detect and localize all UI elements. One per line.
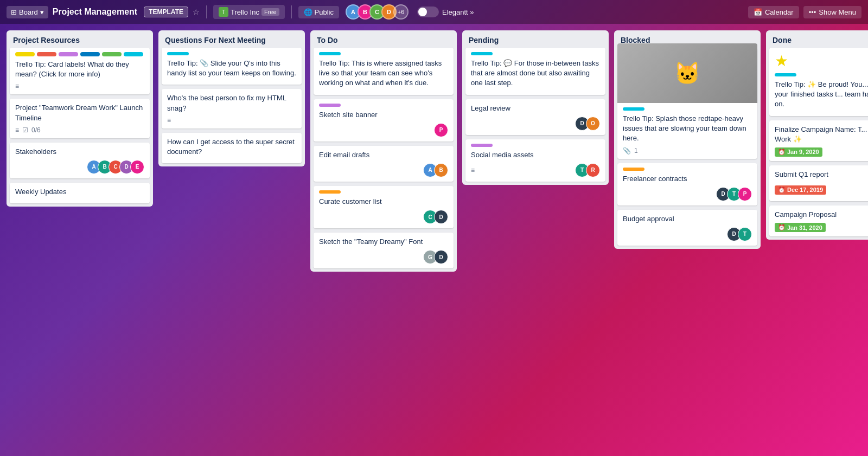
card-meta: A B: [319, 163, 448, 177]
card-td-2[interactable]: Sketch site banner P: [314, 99, 454, 142]
card-avatars: T R: [575, 163, 600, 177]
card-title: Social media assets: [471, 150, 600, 160]
topbar: ⊞ Board ▾ Project Management TEMPLATE ☆ …: [0, 0, 868, 24]
workspace-name: Trello Inc: [231, 8, 259, 16]
cards-container: Trello Tip: Card labels! What do they me…: [7, 48, 153, 207]
attachment-count: 1: [634, 147, 638, 155]
label-blue: [80, 52, 100, 56]
elegantt-toggle[interactable]: [417, 7, 439, 17]
card-avatars: A B: [423, 163, 448, 177]
card-meta: ≡ T R: [471, 163, 600, 177]
star-icon[interactable]: ☆: [193, 8, 200, 16]
free-badge: Free: [261, 8, 279, 16]
card-meta: C D: [319, 210, 448, 224]
card-title: Trello Tip: Card labels! What do they me…: [15, 60, 144, 79]
toggle-knob: [418, 8, 427, 16]
card-bl-2[interactable]: Freelancer contracts D T P: [617, 163, 757, 205]
show-menu-button[interactable]: ••• Show Menu: [803, 6, 861, 18]
label-row: [15, 52, 144, 56]
elegantt-label: Elegantt »: [442, 8, 474, 16]
label-yellow: [15, 52, 35, 56]
due-badge: ⏰ Jan 31, 2020: [775, 223, 826, 232]
card-avatars: G D: [423, 250, 448, 264]
card-title: Sketch the "Teamy Dreamy" Font: [319, 237, 448, 247]
card-dn-3[interactable]: Submit Q1 report ⏰ Dec 17, 2019 P: [769, 165, 868, 201]
cards-container: ★ Trello Tip: ✨ Be proud! You... For all…: [766, 48, 868, 240]
column-blocked: Blocked 🐱 Trello Tip: Splash those redta…: [614, 30, 761, 249]
card-dn-4[interactable]: Campaign Proposal ⏰ Jan 31, 2020: [769, 205, 868, 236]
card-pr-3[interactable]: Stakeholders A B C D E: [10, 143, 150, 178]
card-title: How can I get access to the super secret…: [167, 137, 296, 157]
card-dn-1[interactable]: ★ Trello Tip: ✨ Be proud! You... For all…: [769, 48, 868, 116]
elegantt-toggle-area: Elegantt »: [417, 7, 474, 17]
card-avatars: D O: [575, 117, 600, 131]
more-members-badge[interactable]: +6: [393, 4, 409, 20]
chevron-down-icon: ▾: [40, 8, 44, 16]
card-image: 🐱: [617, 43, 757, 103]
card-td-5[interactable]: Sketch the "Teamy Dreamy" Font G D: [314, 233, 454, 268]
due-badge-overdue: ⏰ Dec 17, 2019: [775, 185, 826, 195]
card-meta: A B C D E: [15, 160, 144, 174]
column-project-resources: Project Resources Trello Tip: Card label…: [7, 30, 153, 207]
card-qm-2[interactable]: Who's the best person to fix my HTML sna…: [162, 89, 302, 128]
workspace-button[interactable]: T Trello Inc Free: [213, 5, 285, 19]
avatar: D: [434, 250, 448, 264]
divider2: [291, 5, 292, 18]
card-bl-3[interactable]: Budget approval D T: [617, 210, 757, 246]
column-pending: Pending Trello Tip: 💬 For those in-betwe…: [462, 30, 609, 185]
cards-container: Trello Tip: This is where assigned tasks…: [310, 48, 457, 272]
avatar: B: [434, 163, 448, 177]
card-title: Freelancer contracts: [623, 174, 752, 184]
template-badge: TEMPLATE: [144, 7, 188, 17]
visibility-button[interactable]: 🌐 Public: [298, 6, 339, 18]
divider: [206, 5, 207, 18]
card-title: Sketch site banner: [319, 110, 448, 120]
menu-icon: ≡: [15, 82, 19, 90]
card-qm-3[interactable]: How can I get access to the super secret…: [162, 133, 302, 163]
card-meta: ⏰ Dec 17, 2019 P: [775, 183, 868, 197]
card-pr-2[interactable]: Project "Teamwork Dream Work" Launch Tim…: [10, 99, 150, 138]
star-icon: ★: [775, 52, 868, 70]
label-bar: [623, 168, 644, 171]
avatar: E: [130, 160, 144, 174]
card-pe-1[interactable]: Trello Tip: 💬 For those in-between tasks…: [465, 48, 605, 95]
card-meta: ≡ ☑ 0/6: [15, 126, 144, 134]
globe-icon: 🌐: [304, 8, 312, 16]
board-button[interactable]: ⊞ Board ▾: [7, 6, 48, 18]
card-title: Edit email drafts: [319, 150, 448, 160]
desc-icon: ≡: [15, 126, 19, 134]
workspace-icon: T: [219, 7, 228, 17]
checklist-icon: ☑: [22, 126, 28, 134]
card-pr-4[interactable]: Weekly Updates: [10, 183, 150, 203]
cards-container: Trello Tip: 📎 Slide your Q's into this h…: [158, 48, 305, 166]
column-title: Project Resources: [7, 30, 153, 48]
card-meta: D T: [623, 227, 752, 241]
label-red: [37, 52, 56, 56]
card-td-3[interactable]: Edit email drafts A B: [314, 146, 454, 182]
card-meta: D T P: [623, 187, 752, 201]
avatar: P: [738, 187, 752, 201]
card-title: Finalize Campaign Name: T... Dream Work …: [775, 125, 868, 144]
card-dn-2[interactable]: Finalize Campaign Name: T... Dream Work …: [769, 120, 868, 161]
card-pr-1[interactable]: Trello Tip: Card labels! What do they me…: [10, 48, 150, 94]
card-pe-2[interactable]: Legal review D O: [465, 99, 605, 135]
label-bar: [319, 52, 341, 55]
column-done: Done ★ Trello Tip: ✨ Be proud! You... Fo…: [766, 30, 868, 240]
card-qm-1[interactable]: Trello Tip: 📎 Slide your Q's into this h…: [162, 48, 302, 85]
board-title: Project Management: [53, 7, 137, 17]
board-area: Project Resources Trello Tip: Card label…: [0, 24, 868, 456]
card-bl-1[interactable]: 🐱 Trello Tip: Splash those redtape-heavy…: [617, 48, 757, 159]
desc-icon: ≡: [471, 166, 475, 174]
clock-icon: ⏰: [778, 224, 786, 231]
card-title: Stakeholders: [15, 147, 144, 157]
calendar-button[interactable]: 📅 Calendar: [748, 6, 799, 18]
card-pe-3[interactable]: Social media assets ≡ T R: [465, 139, 605, 182]
card-meta: G D: [319, 250, 448, 264]
members-avatars: A B C D +6: [346, 4, 409, 20]
card-title: Budget approval: [623, 214, 752, 224]
card-meta: ⏰ Jan 31, 2020: [775, 223, 868, 232]
card-td-1[interactable]: Trello Tip: This is where assigned tasks…: [314, 48, 454, 95]
clock-icon: ⏰: [778, 187, 786, 194]
card-td-4[interactable]: Curate customer list C D: [314, 186, 454, 228]
calendar-icon: 📅: [754, 8, 762, 16]
